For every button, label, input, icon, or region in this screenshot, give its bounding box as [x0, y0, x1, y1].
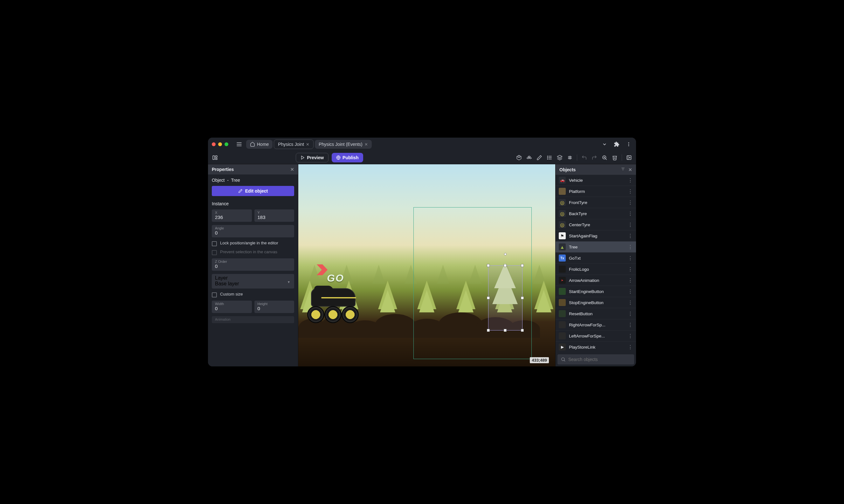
undo-icon[interactable] — [581, 155, 587, 161]
object-more-icon[interactable]: ⋮ — [628, 311, 633, 317]
resize-handle-s[interactable] — [504, 329, 507, 332]
close-objects-icon[interactable]: ✕ — [628, 167, 632, 172]
y-field[interactable]: Y 183 — [254, 210, 295, 222]
angle-value[interactable]: 0 — [215, 230, 291, 235]
object-item-rightarrowforsp...[interactable]: RightArrowForSp...⋮ — [556, 319, 636, 330]
object-item-fronttyre[interactable]: ◎FrontTyre⋮ — [556, 197, 636, 208]
close-window-button[interactable] — [212, 142, 216, 146]
list-icon[interactable] — [546, 155, 553, 161]
x-value[interactable]: 236 — [215, 215, 249, 220]
hamburger-menu-icon[interactable] — [235, 140, 244, 149]
grid-icon[interactable] — [567, 155, 573, 161]
object-more-icon[interactable]: ⋮ — [628, 344, 633, 350]
resize-handle-sw[interactable] — [487, 329, 490, 332]
object-more-icon[interactable]: ⋮ — [628, 289, 633, 294]
object-item-arrowanimation[interactable]: ➤ArrowAnimation⋮ — [556, 275, 636, 286]
object-item-gotxt[interactable]: TxGoTxt⋮ — [556, 253, 636, 264]
object-more-icon[interactable]: ⋮ — [628, 300, 633, 306]
search-input[interactable] — [568, 357, 631, 362]
object-item-stopenginebutton[interactable]: StopEngineButton⋮ — [556, 297, 636, 308]
more-vertical-icon[interactable] — [625, 141, 632, 148]
go-text-sprite[interactable]: GO — [327, 272, 344, 284]
resize-handle-nw[interactable] — [487, 264, 490, 267]
layers-icon[interactable] — [557, 155, 563, 161]
zorder-value[interactable]: 0 — [215, 264, 291, 269]
object-item-startagainflag[interactable]: ⚑StartAgainFlag⋮ — [556, 230, 636, 241]
resize-handle-w[interactable] — [487, 296, 490, 299]
object-item-backtyre[interactable]: ◎BackTyre⋮ — [556, 208, 636, 219]
resize-handle-ne[interactable] — [521, 264, 524, 267]
object-more-icon[interactable]: ⋮ — [628, 200, 633, 205]
object-name: FrontTyre — [569, 200, 587, 205]
x-field[interactable]: X 236 — [212, 210, 252, 222]
panel-toggle-icon[interactable] — [212, 155, 218, 161]
resize-handle-n[interactable] — [504, 264, 507, 267]
object-item-vehicle[interactable]: 🚗Vehicle⋮ — [556, 175, 636, 186]
settings-panel-icon[interactable] — [626, 155, 632, 161]
dropdown-icon: ▼ — [287, 280, 291, 284]
resize-handle-se[interactable] — [521, 329, 524, 332]
tab-label: Physics Joint — [278, 142, 304, 147]
home-tab[interactable]: Home — [246, 140, 272, 149]
trash-icon[interactable] — [612, 155, 618, 161]
object-more-icon[interactable]: ⋮ — [628, 255, 633, 261]
rotation-handle[interactable] — [504, 253, 507, 255]
object-item-leftarrowforspe...[interactable]: LeftArrowForSpe...⋮ — [556, 330, 636, 342]
object-item-startenginebutton[interactable]: StartEngineButton⋮ — [556, 286, 636, 297]
tab-close-icon[interactable]: ✕ — [365, 142, 368, 147]
edit-icon[interactable] — [536, 155, 543, 161]
object-item-centertyre[interactable]: ◎CenterTyre⋮ — [556, 219, 636, 230]
cube-icon[interactable] — [516, 155, 522, 161]
object-more-icon[interactable]: ⋮ — [628, 211, 633, 217]
object-item-platform[interactable]: Platform⋮ — [556, 186, 636, 197]
object-item-froliclogo[interactable]: FrolicLogo⋮ — [556, 264, 636, 275]
custom-size-checkbox[interactable] — [212, 292, 217, 298]
maximize-window-button[interactable] — [225, 142, 228, 146]
object-item-playstorelink[interactable]: ▶PlayStoreLink⋮ — [556, 342, 636, 353]
custom-size-row[interactable]: Custom size — [212, 292, 294, 298]
object-more-icon[interactable]: ⋮ — [628, 244, 633, 250]
close-panel-icon[interactable]: ✕ — [291, 167, 294, 172]
tab-close-icon[interactable]: ✕ — [306, 142, 310, 147]
selection-box[interactable] — [488, 265, 523, 330]
object-more-icon[interactable]: ⋮ — [628, 322, 633, 328]
vehicle-sprite[interactable] — [305, 288, 362, 323]
width-value[interactable]: 0 — [215, 306, 249, 311]
preview-button[interactable]: Preview — [296, 153, 329, 162]
zoom-icon[interactable] — [601, 155, 608, 161]
height-value[interactable]: 0 — [258, 306, 291, 311]
lock-checkbox-row[interactable]: Lock position/angle in the editor — [212, 240, 294, 246]
extension-icon[interactable] — [613, 141, 620, 148]
object-more-icon[interactable]: ⋮ — [628, 266, 633, 272]
width-field[interactable]: Width 0 — [212, 301, 252, 313]
scene-canvas[interactable]: GO 433;489 — [298, 164, 555, 366]
layer-select[interactable]: Layer Base layer ▼ — [212, 274, 294, 289]
chevron-down-icon[interactable] — [601, 141, 608, 148]
object-more-icon[interactable]: ⋮ — [628, 277, 633, 284]
object-more-icon[interactable]: ⋮ — [628, 188, 633, 195]
publish-button[interactable]: Publish — [332, 153, 363, 162]
object-more-icon[interactable]: ⋮ — [628, 333, 633, 339]
animation-field[interactable]: Animation — [212, 316, 294, 323]
lock-checkbox[interactable] — [212, 241, 217, 246]
height-field[interactable]: Height 0 — [254, 301, 295, 313]
cubes-icon[interactable] — [526, 155, 532, 161]
angle-field[interactable]: Angle 0 — [212, 225, 294, 237]
redo-icon[interactable] — [591, 155, 598, 161]
tab-physics-joint[interactable]: Physics Joint ✕ — [274, 140, 314, 149]
minimize-window-button[interactable] — [218, 142, 222, 146]
y-value[interactable]: 183 — [258, 215, 291, 220]
objects-list[interactable]: 🚗Vehicle⋮Platform⋮◎FrontTyre⋮◎BackTyre⋮◎… — [556, 175, 636, 353]
filter-icon[interactable] — [621, 167, 625, 172]
resize-handle-e[interactable] — [521, 296, 524, 299]
objects-search[interactable] — [558, 354, 634, 364]
object-more-icon[interactable]: ⋮ — [628, 233, 633, 239]
object-item-tree[interactable]: ▲Tree⋮ — [556, 241, 636, 253]
zorder-field[interactable]: Z Order 0 — [212, 258, 294, 271]
object-more-icon[interactable]: ⋮ — [628, 222, 633, 228]
edit-object-button[interactable]: Edit object — [212, 186, 294, 196]
object-more-icon[interactable]: ⋮ — [628, 177, 633, 183]
preview-label: Preview — [307, 155, 324, 160]
object-item-resetbutton[interactable]: ResetButton⋮ — [556, 308, 636, 319]
tab-physics-joint-events[interactable]: Physics Joint (Events) ✕ — [315, 140, 372, 149]
